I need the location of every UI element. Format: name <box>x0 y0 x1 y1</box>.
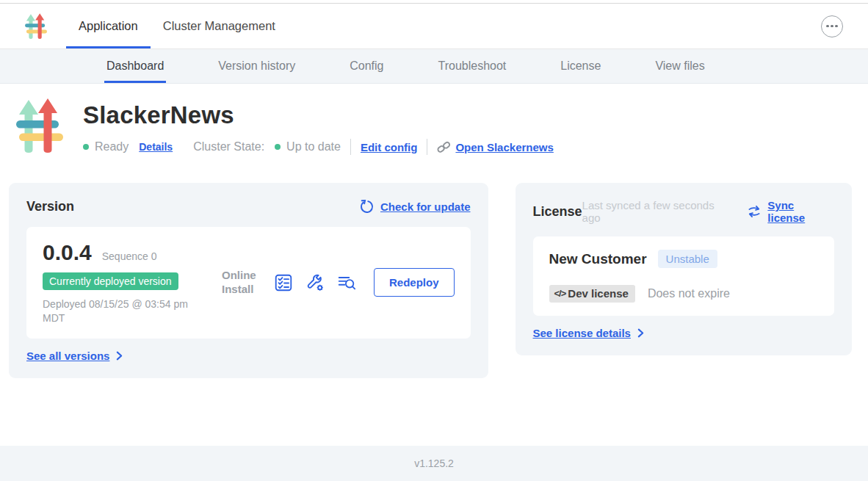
check-for-update-link[interactable]: Check for update <box>380 200 471 213</box>
tab-application-label: Application <box>79 19 138 33</box>
install-type-label: Online Install <box>222 269 261 297</box>
chevron-right-icon <box>115 351 124 361</box>
code-icon: </> <box>554 288 566 299</box>
license-card: License Last synced a few seconds ago Sy… <box>516 183 852 355</box>
app-hero: SlackerNews Ready Details Cluster State:… <box>0 84 868 155</box>
release-notes-icon[interactable] <box>337 273 356 292</box>
primary-header: Application Cluster Management <box>0 4 868 49</box>
slackernews-logo-icon <box>25 13 47 40</box>
subnav-tab-view-files[interactable]: View files <box>628 49 731 83</box>
ellipsis-dot <box>826 25 828 27</box>
channel-badge: Unstable <box>658 250 717 268</box>
console-version: v1.125.2 <box>414 458 454 469</box>
license-card-title: License <box>533 204 582 220</box>
deployed-status-badge: Currently deployed version <box>43 272 178 290</box>
tab-cluster-management-label: Cluster Management <box>163 19 275 33</box>
version-card: Version Check for update 0.0.4 Seque <box>9 183 488 378</box>
sync-arrows-icon <box>747 204 762 219</box>
divider <box>427 139 427 155</box>
dashboard-main: SlackerNews Ready Details Cluster State:… <box>0 84 868 446</box>
tab-cluster-management[interactable]: Cluster Management <box>151 4 288 48</box>
app-status-dot <box>83 144 89 150</box>
config-wrench-icon[interactable] <box>305 273 325 292</box>
license-expiry: Does not expire <box>648 287 730 300</box>
open-app-link[interactable]: Open Slackernews <box>437 140 553 154</box>
chevron-right-icon <box>636 328 645 338</box>
subnav-tab-troubleshoot[interactable]: Troubleshoot <box>411 49 533 83</box>
chain-link-icon <box>437 140 451 154</box>
cluster-state-text: Up to date <box>286 140 341 153</box>
slackernews-logo-large <box>16 98 63 154</box>
deployed-timestamp: Deployed 08/15/25 @ 03:54 pm MDT <box>43 297 204 325</box>
version-number: 0.0.4 <box>43 240 92 265</box>
dashboard-cards: Version Check for update 0.0.4 Seque <box>0 155 868 378</box>
subnav-tab-dashboard[interactable]: Dashboard <box>79 49 191 83</box>
cluster-state-dot <box>275 144 281 150</box>
license-details-panel: New Customer Unstable </> Dev license Do… <box>533 236 834 316</box>
ellipsis-dot <box>835 25 837 27</box>
license-last-synced: Last synced a few seconds ago <box>582 199 736 224</box>
status-details-link[interactable]: Details <box>139 141 173 153</box>
version-sequence: Sequence 0 <box>102 250 157 262</box>
preflight-checks-icon[interactable] <box>274 273 293 292</box>
license-type-badge: </> Dev license <box>549 285 635 303</box>
cluster-state-label: Cluster State: <box>193 140 264 153</box>
see-license-details-link[interactable]: See license details <box>533 327 631 339</box>
subnav-tab-version-history[interactable]: Version history <box>191 49 322 83</box>
divider <box>350 139 351 155</box>
customer-name: New Customer <box>549 251 647 267</box>
version-card-title: Version <box>26 199 74 214</box>
ellipsis-dot <box>831 25 833 27</box>
current-version-panel: 0.0.4 Sequence 0 Currently deployed vers… <box>26 227 471 339</box>
app-status-text: Ready <box>95 140 129 153</box>
subnav-tab-config[interactable]: Config <box>322 49 411 83</box>
tab-application[interactable]: Application <box>66 4 151 48</box>
page-title: SlackerNews <box>83 101 554 129</box>
refresh-icon <box>359 199 375 214</box>
edit-config-link[interactable]: Edit config <box>361 141 418 153</box>
primary-tabs: Application Cluster Management <box>66 4 288 48</box>
see-all-versions-link[interactable]: See all versions <box>26 350 109 362</box>
more-menu-button[interactable] <box>821 15 843 37</box>
redeploy-button[interactable]: Redeploy <box>374 268 455 297</box>
app-subnav: Dashboard Version history Config Trouble… <box>0 49 868 84</box>
sync-license-link[interactable]: Sync license <box>767 199 834 224</box>
console-footer: v1.125.2 <box>0 446 868 481</box>
app-status-row: Ready Details Cluster State: Up to date … <box>83 139 554 155</box>
subnav-tab-license[interactable]: License <box>533 49 628 83</box>
